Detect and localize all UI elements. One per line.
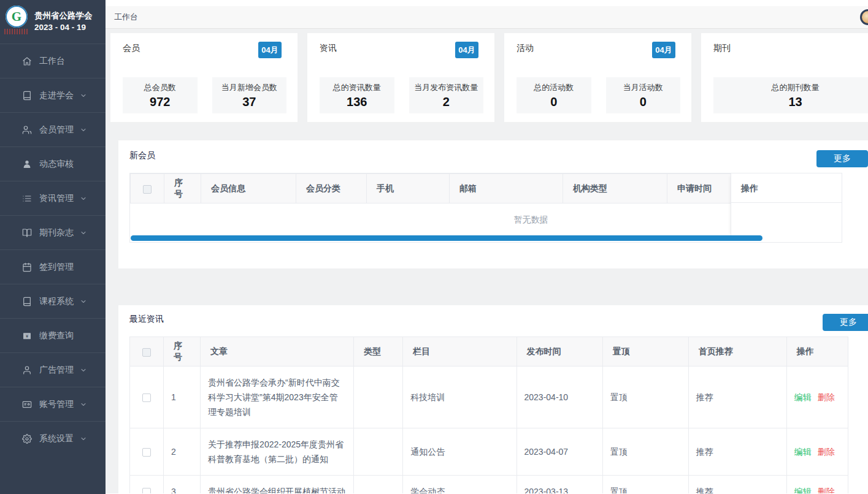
sidebar-item-label: 账号管理 — [39, 399, 74, 410]
column-header: 操作 — [786, 337, 848, 367]
breadcrumb: 工作台 — [114, 12, 138, 23]
select-all-checkbox[interactable] — [142, 348, 151, 357]
sidebar-item-label: 广告管理 — [39, 365, 74, 376]
stat-cards-row: 会员 04月 总会员数 972 当月新增会员数 37 资讯 — [110, 33, 868, 122]
row-checkbox[interactable] — [142, 393, 151, 402]
row-checkbox[interactable] — [142, 488, 151, 493]
sidebar-item-ads[interactable]: 广告管理 — [0, 352, 106, 387]
chevron-down-icon — [80, 92, 87, 99]
chevron-down-icon — [80, 435, 87, 443]
book-icon — [22, 91, 32, 101]
article-category: 学会动态 — [403, 476, 517, 494]
payment-icon: ¥ — [22, 331, 32, 341]
logo-block: G 贵州省公路学会 2023 - 04 - 19 — [0, 0, 106, 43]
logo-text: 贵州省公路学会 2023 - 04 - 19 — [34, 6, 93, 43]
recommend-status: 推荐 — [688, 428, 786, 476]
stat-value: 0 — [607, 95, 680, 109]
row-checkbox[interactable] — [142, 448, 151, 457]
audit-icon — [22, 159, 32, 169]
table-header-row: 序号 文章 类型 栏目 发布时间 置顶 首页推荐 操作 — [130, 337, 848, 367]
sidebar-item-news[interactable]: 资讯管理 — [0, 181, 106, 215]
sidebar-item-settings[interactable]: 系统设置 — [0, 421, 106, 455]
chevron-down-icon — [80, 367, 87, 374]
home-icon — [22, 56, 32, 66]
sidebar-item-journal[interactable]: 期刊杂志 — [0, 215, 106, 249]
publish-date: 2023-04-07 — [517, 428, 602, 476]
pinned-status: 置顶 — [602, 428, 688, 476]
topbar: 工作台 — [106, 6, 868, 29]
horizontal-scrollbar[interactable] — [131, 235, 762, 241]
delete-link[interactable]: 删除 — [818, 392, 835, 402]
stat-box: 当月活动数 0 — [606, 77, 681, 113]
publish-date: 2023-03-13 — [517, 476, 602, 494]
edit-link[interactable]: 编辑 — [794, 487, 812, 493]
column-header: 邮箱 — [450, 174, 563, 203]
sidebar-item-label: 期刊杂志 — [39, 227, 74, 238]
journal-icon — [22, 228, 32, 238]
recommend-status: 推荐 — [688, 367, 786, 428]
column-header: 置顶 — [602, 337, 688, 367]
column-header: 发布时间 — [517, 337, 602, 367]
column-header: 机构类型 — [563, 174, 667, 203]
recent-news-more-button[interactable]: 更多 — [823, 314, 868, 331]
stat-label: 总的期刊数量 — [715, 82, 868, 93]
month-badge: 04月 — [455, 42, 478, 58]
stat-box: 总会员数 972 — [123, 77, 198, 113]
user-avatar[interactable] — [860, 9, 868, 25]
stat-label: 当月活动数 — [607, 82, 680, 93]
sidebar-item-label: 走进学会 — [39, 90, 74, 101]
stat-card-members: 会员 04月 总会员数 972 当月新增会员数 37 — [110, 33, 298, 122]
header-checkbox-cell — [131, 174, 164, 203]
sidebar-item-members[interactable]: 会员管理 — [0, 112, 106, 146]
chevron-down-icon — [80, 126, 87, 134]
sidebar-item-account[interactable]: 账号管理 — [0, 387, 106, 421]
column-header: 手机 — [367, 174, 450, 203]
sidebar-item-label: 缴费查询 — [39, 330, 74, 341]
row-index: 3 — [164, 476, 201, 494]
column-header-operation: 操作 — [731, 173, 842, 203]
operation-cell: 编辑删除 — [786, 367, 848, 428]
recent-news-table: 序号 文章 类型 栏目 发布时间 置顶 首页推荐 操作 — [129, 336, 848, 493]
column-header: 文章 — [201, 337, 354, 367]
users-icon — [22, 125, 32, 135]
card-stats: 总会员数 972 当月新增会员数 37 — [123, 77, 286, 113]
table-row: 3 贵州省公路学会组织开展植树节活动 学会动态 2023-03-13 置顶 推荐… — [130, 476, 848, 494]
stat-box: 总的活动数 0 — [517, 77, 591, 113]
table-row: 1 贵州省公路学会承办“新时代中南交科学习大讲堂”第4期2023年安全管理专题培… — [130, 367, 848, 428]
sidebar-item-review[interactable]: 动态审核 — [0, 146, 106, 181]
row-checkbox-cell — [130, 428, 164, 476]
select-all-checkbox[interactable] — [143, 185, 152, 194]
column-header: 会员分类 — [296, 174, 367, 203]
calendar-icon — [22, 262, 32, 272]
column-header: 序号 — [164, 174, 201, 203]
sidebar-item-label: 工作台 — [39, 56, 65, 67]
sidebar-item-label: 系统设置 — [39, 433, 74, 444]
stat-box: 当月新增会员数 37 — [212, 77, 287, 113]
sidebar-item-payment[interactable]: ¥ 缴费查询 — [0, 318, 106, 352]
recommend-status: 推荐 — [688, 476, 786, 494]
delete-link[interactable]: 删除 — [818, 487, 835, 493]
article-title: 关于推荐申报2022-2025年度贵州省科普教育基地（第二批）的通知 — [201, 428, 354, 476]
edit-link[interactable]: 编辑 — [794, 447, 812, 457]
stat-value: 13 — [715, 95, 868, 109]
delete-link[interactable]: 删除 — [818, 447, 835, 457]
article-category: 通知公告 — [403, 428, 517, 476]
app-root: G 贵州省公路学会 2023 - 04 - 19 工作台 走进学会 会员管理 — [0, 0, 868, 494]
row-checkbox-cell — [130, 476, 164, 494]
sidebar-item-about[interactable]: 走进学会 — [0, 78, 106, 112]
sidebar-item-workbench[interactable]: 工作台 — [0, 44, 106, 78]
stat-label: 总的资讯数量 — [321, 82, 393, 93]
sidebar-item-course[interactable]: 课程系统 — [0, 284, 106, 318]
new-members-more-button[interactable]: 更多 — [816, 150, 868, 167]
article-category: 科技培训 — [403, 367, 517, 428]
sidebar-item-checkin[interactable]: 签到管理 — [0, 249, 106, 284]
gear-icon — [22, 434, 32, 444]
stat-value: 37 — [213, 95, 286, 109]
article-type — [354, 428, 403, 476]
header-checkbox-cell — [130, 337, 164, 367]
pinned-status: 置顶 — [602, 476, 688, 494]
edit-link[interactable]: 编辑 — [794, 392, 812, 402]
stat-box: 总的期刊数量 13 — [713, 77, 868, 113]
recent-news-panel: 最近资讯 更多 序号 文章 类型 — [118, 305, 868, 493]
pinned-status: 置顶 — [602, 367, 688, 428]
